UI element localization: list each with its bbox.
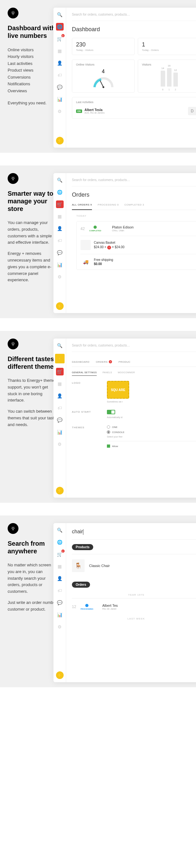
grid-icon[interactable]: ▦	[56, 562, 64, 570]
nav-item[interactable]: PRODUC	[118, 360, 130, 363]
panel-online: Online Visitors 4	[72, 60, 135, 93]
cart-icon[interactable]: 🛒	[56, 35, 64, 43]
sub-tab[interactable]: WOOCOMMER	[118, 371, 135, 376]
setting-label: LOGO	[72, 381, 97, 384]
week-label: LAST WEEK	[72, 617, 196, 620]
stat-label: Today - Orders	[142, 49, 196, 52]
search-placeholder[interactable]: Search for orders, customers, products…	[72, 177, 196, 186]
radio-icon	[107, 426, 110, 429]
radio-option[interactable]: ONE	[107, 426, 196, 429]
dashboard-app: 🔍 🌐 🛒 ▦ 👤 🏷 💬 📊 ⚙ ⚡ Search for orders, c…	[54, 8, 196, 148]
brand-icon[interactable]: ⚡	[56, 671, 64, 679]
globe-icon[interactable]: 🌐	[56, 538, 64, 546]
cart-icon[interactable]: 🛒	[56, 368, 64, 375]
section-search: Search from anywhere No matter which scr…	[0, 516, 196, 687]
nav-item[interactable]: ORDERS0	[96, 360, 112, 363]
setting-autostart: AUTO START Automatically st	[72, 410, 196, 418]
user-icon[interactable]: 👤	[56, 392, 64, 400]
sub-tab[interactable]: GENERAL SETTINGS	[72, 371, 97, 376]
bar-chart: 148161122	[142, 69, 196, 87]
section-dashboard: Dashboard with live numbers Online visit…	[0, 0, 196, 153]
customer-name: Platon Edison	[112, 225, 134, 229]
product-result[interactable]: 🪑 Classic Chair	[72, 554, 196, 577]
search-icon[interactable]: 🔍	[56, 342, 64, 349]
tab[interactable]: ALL ORDERS 9	[72, 203, 92, 210]
tag-icon[interactable]: 🏷	[56, 587, 64, 594]
cart-icon[interactable]: 🛒	[56, 551, 64, 558]
cart-icon[interactable]: 🛒	[56, 200, 64, 208]
svg-point-0	[12, 12, 14, 14]
comment-icon[interactable]: 💬	[56, 416, 64, 424]
gear-icon[interactable]: ⚙	[56, 440, 64, 448]
setting-label: THEMES	[72, 426, 97, 429]
paragraph: You can switch between themes that suit …	[8, 408, 59, 428]
comment-icon[interactable]: 💬	[56, 599, 64, 607]
chart-icon[interactable]: 📊	[56, 261, 64, 269]
shipping-name: Free shipping	[94, 258, 113, 261]
paragraph: Energy + removes unnecessary items and g…	[8, 250, 59, 283]
globe-icon[interactable]: 🌐	[56, 188, 64, 196]
bulb-icon	[8, 173, 19, 184]
search-placeholder[interactable]: Search for orders, customers, products…	[72, 11, 196, 21]
order-result[interactable]: 12 PROCESSING Albert Tes Rio de Janei	[72, 598, 196, 615]
search-input[interactable]: chair	[72, 527, 196, 540]
user-icon[interactable]: 👤	[56, 59, 64, 67]
search-icon[interactable]: 🔍	[56, 526, 64, 534]
setting-themes: THEMES ONE CONSOLE Select your ther Allo…	[72, 426, 196, 448]
stat-visitors: 230 Today - Visitors	[72, 38, 135, 55]
brand-icon[interactable]: ⚡	[56, 302, 64, 310]
activity-row[interactable]: ON Albert Tesla Acre, Rio de Janeiro D	[76, 107, 196, 115]
comment-icon[interactable]: 💬	[56, 249, 64, 256]
nav-item[interactable]: DASHBOARD	[72, 360, 89, 363]
order-number: 12	[72, 604, 76, 609]
order-card[interactable]: 42 COMPLETED Platon Edison Ohio, Utah Ca…	[76, 221, 196, 270]
gear-icon[interactable]: ⚙	[56, 107, 64, 115]
brand-icon[interactable]: ⚡	[56, 487, 64, 494]
search-placeholder[interactable]: Search for orders, customers, products…	[72, 342, 196, 352]
heading: Smarter way to manage your store	[8, 190, 59, 213]
bar: 161	[167, 68, 171, 87]
category-pill: Orders	[72, 582, 90, 588]
grid-icon[interactable]: ▦	[56, 47, 64, 55]
result-name: Classic Chair	[89, 564, 110, 568]
sidebar: 🔍 🌐 🛒 ▦ 👤 🏷 💬 📊 ⚙ ⚡	[54, 523, 66, 682]
status-text: COMPLETED	[89, 230, 101, 231]
heading: Dashboard with live numbers	[8, 24, 59, 39]
radio-option[interactable]: CONSOLE	[107, 431, 196, 434]
toggle-switch[interactable]	[107, 410, 115, 414]
stat-orders: 1 Today - Orders	[138, 38, 196, 55]
day-label: TODAY	[72, 214, 196, 217]
tab[interactable]: PROCESSING 0	[98, 203, 119, 207]
tab[interactable]: COMPLETED 3	[124, 203, 144, 207]
chart-icon[interactable]: 📊	[56, 428, 64, 436]
search-icon[interactable]: 🔍	[56, 176, 64, 184]
user-icon[interactable]: 👤	[56, 575, 64, 582]
sub-tab[interactable]: PANELS	[102, 371, 112, 376]
chart-icon[interactable]: 📊	[56, 95, 64, 103]
paragraph: Thanks to Energy+ theme support, you won…	[8, 377, 59, 404]
hint-text: Sometimes we r	[107, 401, 196, 403]
gear-icon[interactable]: ⚙	[56, 623, 64, 631]
globe-icon[interactable]: 🌐	[56, 23, 64, 31]
radio-icon	[107, 431, 110, 434]
customer-name: Albert Tes	[102, 603, 118, 608]
logo-upload[interactable]: SQU ARE	[107, 381, 129, 399]
grid-icon[interactable]: ▦	[56, 380, 64, 388]
chart-icon[interactable]: 📊	[56, 611, 64, 619]
gear-icon[interactable]: ⚙	[56, 273, 64, 281]
status-processing: PROCESSING	[80, 604, 93, 610]
truck-icon: 🚚	[80, 259, 91, 265]
brand-icon[interactable]: ⚡	[56, 137, 64, 145]
customer-location: Rio de Janei	[102, 608, 118, 610]
comment-icon[interactable]: 💬	[56, 83, 64, 91]
tag-icon[interactable]: 🏷	[56, 237, 64, 244]
user-icon[interactable]: 👤	[56, 225, 64, 232]
product-price: $24.00 × 1 = $24.00	[94, 245, 124, 249]
order-tabs: ALL ORDERS 9PROCESSING 0COMPLETED 3	[72, 203, 196, 210]
checkbox-option[interactable]: Allow	[107, 444, 196, 448]
tag-icon[interactable]: 🏷	[56, 71, 64, 79]
grid-icon[interactable]: ▦	[56, 213, 64, 220]
activity-name: Albert Tesla	[85, 108, 105, 112]
search-icon[interactable]: 🔍	[56, 11, 64, 19]
tag-icon[interactable]: 🏷	[56, 404, 64, 412]
